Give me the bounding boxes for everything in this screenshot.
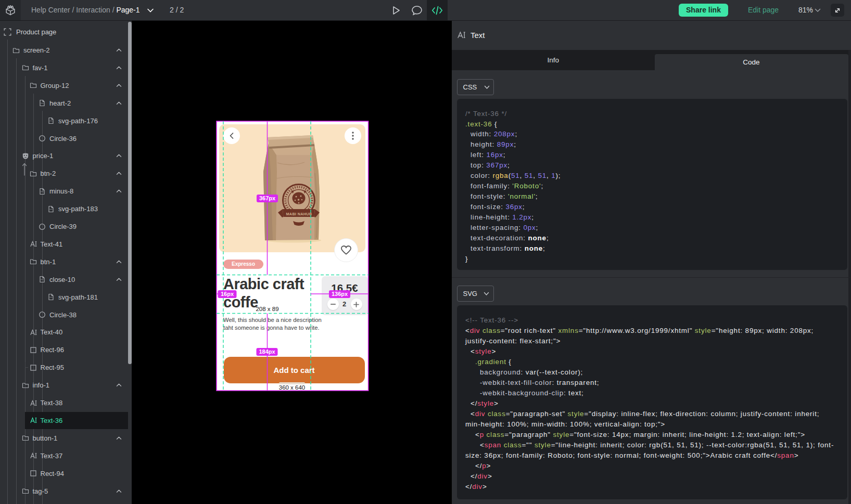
svg-text:MABI NAHUB: MABI NAHUB xyxy=(286,212,312,216)
